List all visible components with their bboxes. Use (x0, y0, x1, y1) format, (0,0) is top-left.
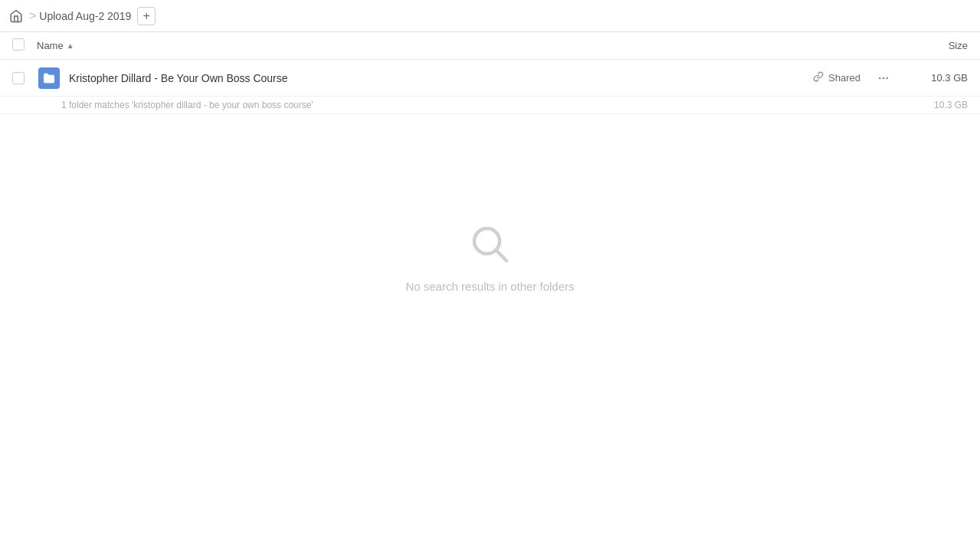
file-size: 10.3 GB (906, 72, 968, 84)
link-icon (813, 71, 824, 84)
row-select-checkbox[interactable] (12, 72, 25, 84)
add-tab-button[interactable]: + (137, 7, 156, 25)
match-info-text: 1 folder matches 'kristopher dillard - b… (61, 100, 906, 110)
match-info-row: 1 folder matches 'kristopher dillard - b… (0, 97, 980, 114)
sort-arrow: ▲ (67, 41, 74, 50)
shared-status: Shared (813, 71, 860, 84)
match-info-size: 10.3 GB (906, 100, 968, 110)
svg-point-3 (883, 77, 885, 79)
no-results-icon (467, 222, 513, 268)
home-button[interactable] (9, 9, 23, 23)
breadcrumb-separator: > (29, 9, 36, 23)
size-column-header[interactable]: Size (906, 40, 968, 51)
size-label: Size (949, 40, 968, 51)
name-column-header[interactable]: Name ▲ (37, 40, 906, 51)
name-label: Name (37, 40, 64, 51)
breadcrumb-item[interactable]: Upload Aug-2 2019 (39, 10, 131, 22)
header-checkbox[interactable] (12, 38, 37, 53)
no-results-message: No search results in other folders (405, 280, 574, 293)
row-checkbox[interactable] (12, 72, 37, 84)
svg-point-4 (886, 77, 888, 79)
file-name[interactable]: Kristopher Dillard - Be Your Own Boss Co… (61, 72, 813, 84)
svg-point-2 (879, 77, 881, 79)
folder-icon (37, 67, 61, 89)
shared-label: Shared (828, 72, 860, 84)
select-all-checkbox[interactable] (12, 38, 25, 51)
file-row[interactable]: Kristopher Dillard - Be Your Own Boss Co… (0, 60, 980, 97)
top-bar: > Upload Aug-2 2019 + (0, 0, 980, 32)
column-header: Name ▲ Size (0, 32, 980, 60)
more-options-button[interactable] (873, 67, 894, 89)
svg-line-6 (496, 251, 506, 261)
folder-icon-bg (38, 67, 60, 89)
empty-state: No search results in other folders (0, 222, 980, 293)
